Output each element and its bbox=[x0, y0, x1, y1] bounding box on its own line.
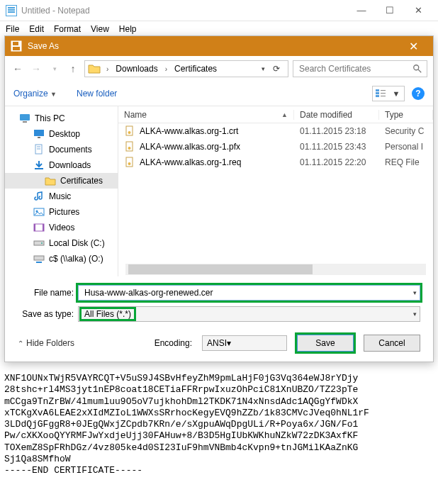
view-toggle[interactable]: ▼ bbox=[372, 86, 405, 101]
svg-line-4 bbox=[418, 69, 421, 72]
chevron-down-icon[interactable]: ▾ bbox=[413, 310, 417, 318]
tree-label: Local Disk (C:) bbox=[49, 238, 105, 248]
svg-rect-22 bbox=[34, 224, 35, 231]
download-icon bbox=[33, 159, 45, 171]
tree-localdisk[interactable]: Local Disk (C:) bbox=[5, 235, 118, 251]
file-row[interactable]: ALKA-www.alkas.org-1.crt01.11.2015 23:18… bbox=[118, 123, 433, 139]
dialog-close-button[interactable]: ✕ bbox=[399, 40, 427, 53]
file-name: ALKA-www.alkas.org-1.crt bbox=[140, 126, 238, 136]
tree-music[interactable]: Music bbox=[5, 189, 118, 204]
nav-up-button[interactable]: ↑ bbox=[66, 62, 80, 76]
nav-forward-button[interactable]: → bbox=[29, 62, 43, 76]
search-icon[interactable] bbox=[412, 64, 422, 74]
file-type: Personal I bbox=[379, 142, 433, 152]
search-box[interactable] bbox=[293, 60, 427, 77]
tree-label: Pictures bbox=[49, 207, 79, 217]
column-header-name[interactable]: Name▲ bbox=[118, 110, 294, 120]
breadcrumb-seg-0[interactable]: Downloads bbox=[111, 64, 162, 74]
chevron-down-icon[interactable]: ▾ bbox=[227, 338, 231, 348]
chevron-right-icon[interactable]: › bbox=[103, 65, 111, 73]
nav-back-button[interactable]: ← bbox=[11, 62, 25, 76]
desktop-icon bbox=[33, 128, 45, 140]
svg-point-32 bbox=[128, 162, 131, 165]
svg-point-28 bbox=[128, 131, 131, 134]
refresh-icon[interactable]: ⟳ bbox=[268, 64, 285, 74]
tree-label: Desktop bbox=[49, 129, 80, 139]
column-header-type[interactable]: Type bbox=[379, 110, 433, 120]
cancel-button[interactable]: Cancel bbox=[364, 335, 420, 352]
svg-rect-6 bbox=[376, 92, 379, 94]
maximize-button[interactable]: ☐ bbox=[376, 5, 404, 16]
help-button[interactable]: ? bbox=[412, 87, 425, 100]
tree-pictures[interactable]: Pictures bbox=[5, 204, 118, 220]
menu-format[interactable]: Format bbox=[54, 24, 81, 34]
monitor-icon bbox=[19, 113, 30, 124]
filename-field[interactable]: ▾ bbox=[78, 285, 420, 301]
chevron-right-icon[interactable]: › bbox=[162, 65, 170, 73]
horizontal-scrollbar[interactable] bbox=[125, 264, 426, 275]
certificate-file-icon bbox=[124, 141, 135, 152]
encoding-field[interactable]: ANSI ▾ bbox=[202, 335, 287, 351]
minimize-button[interactable]: — bbox=[347, 5, 376, 16]
tree-certificates[interactable]: Certificates bbox=[5, 173, 118, 189]
videos-icon bbox=[33, 222, 45, 233]
sort-indicator-icon: ▲ bbox=[281, 111, 288, 118]
view-details-icon[interactable] bbox=[373, 89, 388, 98]
file-date: 01.11.2015 23:43 bbox=[294, 142, 379, 152]
svg-rect-29 bbox=[126, 142, 133, 151]
encoding-value: ANSI bbox=[207, 338, 227, 348]
encoding-label: Encoding: bbox=[155, 338, 192, 348]
dialog-titlebar[interactable]: Save As ✕ bbox=[5, 36, 433, 56]
file-row[interactable]: ALKA-www.alkas.org-1.pfx01.11.2015 23:43… bbox=[118, 139, 433, 155]
tree-desktop[interactable]: Desktop bbox=[5, 126, 118, 142]
file-type: REQ File bbox=[379, 157, 433, 167]
save-button[interactable]: Save bbox=[297, 335, 354, 352]
file-row[interactable]: ALKA-www.alkas.org-1.req01.11.2015 22:20… bbox=[118, 155, 433, 170]
svg-rect-23 bbox=[43, 224, 44, 231]
svg-rect-21 bbox=[34, 224, 44, 231]
svg-rect-26 bbox=[34, 256, 44, 260]
file-name: ALKA-www.alkas.org-1.req bbox=[140, 157, 241, 167]
svg-rect-18 bbox=[35, 168, 43, 169]
menu-view[interactable]: View bbox=[91, 24, 109, 34]
menu-help[interactable]: Help bbox=[119, 24, 137, 34]
filename-input[interactable] bbox=[83, 287, 415, 298]
tree-documents[interactable]: Documents bbox=[5, 142, 118, 157]
dialog-title: Save As bbox=[28, 41, 59, 51]
column-header-date[interactable]: Date modified bbox=[294, 110, 379, 120]
address-bar[interactable]: › Downloads › Certificates ▾ ⟳ bbox=[84, 60, 288, 77]
svg-rect-12 bbox=[23, 121, 27, 123]
address-dropdown[interactable]: ▾ bbox=[258, 65, 268, 72]
notepad-document[interactable]: XNF1OUNxTWjR5VAYRCQT+V5uS9J4SBvHfeyZhM9p… bbox=[0, 370, 438, 479]
tree-videos[interactable]: Videos bbox=[5, 220, 118, 235]
menu-edit[interactable]: Edit bbox=[29, 24, 44, 34]
search-input[interactable] bbox=[298, 63, 408, 74]
save-as-dialog: Save As ✕ ← → ▾ ↑ › Downloads › Certific… bbox=[4, 35, 434, 362]
nav-recent-dropdown[interactable]: ▾ bbox=[47, 62, 62, 76]
nav-tree: This PC Desktop Documents Downloads Cert… bbox=[5, 106, 118, 276]
menu-file[interactable]: File bbox=[6, 24, 19, 34]
file-list: Name▲ Date modified Type ALKA-www.alkas.… bbox=[118, 106, 433, 276]
filename-label: File name: bbox=[18, 288, 78, 298]
view-dropdown[interactable]: ▼ bbox=[388, 89, 404, 98]
svg-point-3 bbox=[414, 65, 419, 70]
breadcrumb-seg-1[interactable]: Certificates bbox=[170, 64, 221, 74]
tree-this-pc[interactable]: This PC bbox=[5, 111, 118, 126]
organize-button[interactable]: Organize ▼ bbox=[13, 89, 57, 99]
close-button[interactable]: ✕ bbox=[404, 5, 432, 16]
tree-netshare[interactable]: c$ (\\alka) (O:) bbox=[5, 251, 118, 267]
music-icon bbox=[33, 191, 45, 202]
pictures-icon bbox=[33, 206, 45, 218]
save-icon bbox=[11, 40, 22, 52]
notepad-icon bbox=[6, 5, 17, 16]
chevron-down-icon[interactable]: ▾ bbox=[413, 289, 417, 296]
new-folder-button[interactable]: New folder bbox=[77, 89, 117, 99]
saveas-type-field[interactable]: All Files (*.*) ▾ bbox=[78, 306, 420, 322]
tree-label: Videos bbox=[49, 223, 74, 233]
certificate-file-icon bbox=[124, 157, 135, 168]
certificate-file-icon bbox=[124, 125, 135, 137]
svg-rect-27 bbox=[126, 126, 133, 135]
tree-downloads[interactable]: Downloads bbox=[5, 157, 118, 173]
hide-folders-button[interactable]: ⌃ Hide Folders bbox=[18, 338, 74, 348]
notepad-title: Untitled - Notepad bbox=[21, 6, 347, 16]
